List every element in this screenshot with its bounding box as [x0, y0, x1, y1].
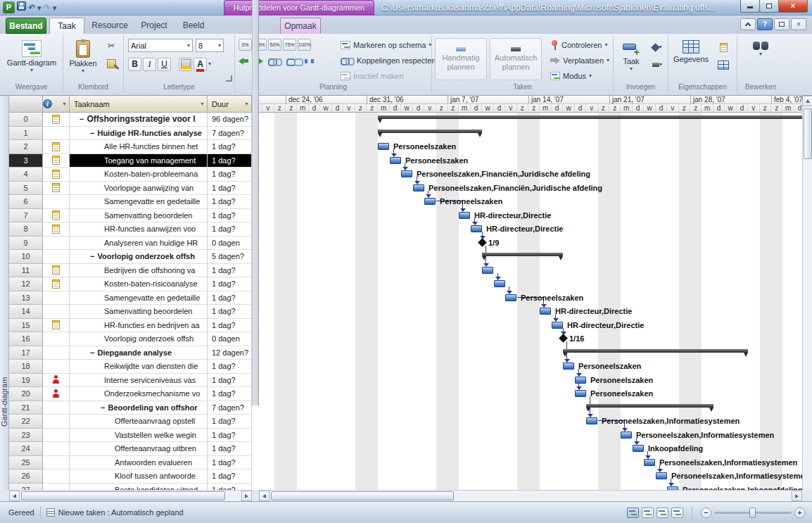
- timescale-weeks[interactable]: dec 24, '06dec 31, '06jan 7, '07jan 14, …: [259, 96, 802, 104]
- indicator-cell[interactable]: [43, 429, 70, 443]
- close-button[interactable]: ×: [778, 0, 808, 13]
- table-horizontal-scrollbar[interactable]: [9, 490, 252, 501]
- duration-cell[interactable]: 1 dag?: [208, 168, 252, 182]
- background-color-button[interactable]: [179, 58, 192, 71]
- row-number-cell[interactable]: 6: [9, 195, 43, 209]
- indicator-cell[interactable]: [43, 168, 70, 182]
- task-row[interactable]: 3Toegang van management1 dag?: [9, 154, 252, 168]
- duration-cell[interactable]: 1 dag?: [208, 456, 252, 470]
- mark-on-track-button[interactable]: Markeren op schema ▾: [338, 37, 434, 52]
- minimize-ribbon-icon[interactable]: [740, 18, 756, 30]
- row-number-cell[interactable]: 11: [9, 264, 43, 278]
- percent-100-button[interactable]: 100%: [298, 39, 311, 51]
- zoom-in-icon[interactable]: +: [794, 508, 805, 518]
- row-number-cell[interactable]: 20: [9, 387, 43, 401]
- task-notes-button[interactable]: [715, 39, 732, 55]
- chart-horizontal-scrollbar[interactable]: [259, 490, 802, 501]
- row-number-cell[interactable]: 12: [9, 277, 43, 291]
- task-row[interactable]: 16Voorlopig onderzoek offsh0 dagen: [9, 332, 252, 346]
- row-number-cell[interactable]: 10: [9, 250, 43, 264]
- row-number-cell[interactable]: 27: [9, 484, 43, 491]
- row-number-cell[interactable]: 7: [9, 209, 43, 223]
- indicator-cell[interactable]: [43, 140, 70, 154]
- task-row[interactable]: 27Beste kandidaten uitnod1 dag?: [9, 484, 252, 491]
- tab-opmaak[interactable]: Opmaak: [280, 18, 321, 34]
- task-name-cell[interactable]: Antwoorden evalueren: [70, 456, 208, 470]
- task-row[interactable]: 24Offerteaanvraag uitbren1 dag?: [9, 442, 252, 456]
- indicator-cell[interactable]: [43, 360, 70, 374]
- task-row[interactable]: 9Analyseren van huidige HR0 dagen: [9, 237, 252, 251]
- gantt-task-bar[interactable]: [471, 225, 482, 232]
- task-name-cell[interactable]: Kloof tussen antwoorde: [70, 470, 208, 484]
- insert-milestone-button[interactable]: ▾: [649, 39, 666, 55]
- task-row[interactable]: 6Samengevatte en gedetaille1 dag?: [9, 195, 252, 209]
- indicator-cell[interactable]: [43, 209, 70, 223]
- duration-cell[interactable]: 1 dag?: [208, 442, 252, 456]
- task-name-cell[interactable]: Offerteaanvraag uitbren: [70, 442, 208, 456]
- percent-50-button[interactable]: 50%: [268, 39, 281, 51]
- chart-scroll-thumb[interactable]: [271, 491, 454, 500]
- task-name-cell[interactable]: Beste kandidaten uitnod: [70, 484, 208, 491]
- indicator-cell[interactable]: [43, 222, 70, 237]
- duration-cell[interactable]: 1 dag?: [208, 140, 252, 154]
- task-name-cell[interactable]: −Beoordeling van offshor: [70, 401, 208, 415]
- move-schedule-left-icon[interactable]: [239, 58, 248, 65]
- font-dialog-launcher-icon[interactable]: [226, 75, 232, 82]
- task-row[interactable]: 12Kosten-baten-risicoanalyse1 dag?: [9, 277, 252, 291]
- row-number-cell[interactable]: 18: [9, 360, 43, 374]
- task-name-cell[interactable]: Interne serviceniveaus vas: [70, 374, 208, 388]
- restore-document-icon[interactable]: [774, 18, 789, 30]
- italic-button[interactable]: I: [143, 58, 156, 71]
- task-name-cell[interactable]: Samengevatte en gedetaille: [70, 291, 208, 305]
- task-row[interactable]: 2Alle HR-functies binnen het1 dag?: [9, 140, 252, 154]
- filter-arrow-icon[interactable]: ▼: [62, 101, 67, 106]
- task-row[interactable]: 0−Offshoringsstrategie voor l96 dagen?: [9, 113, 252, 127]
- task-name-cell[interactable]: Voorlopige aanwijzing van: [70, 182, 208, 196]
- summary-bar[interactable]: [586, 404, 713, 408]
- duration-column-header[interactable]: Duur ▼: [208, 96, 252, 113]
- collapse-icon[interactable]: −: [90, 129, 94, 137]
- row-number-cell[interactable]: 3: [9, 154, 43, 168]
- close-document-icon[interactable]: ×: [791, 18, 806, 30]
- indicator-cell[interactable]: [43, 470, 70, 484]
- scroll-left-icon[interactable]: [259, 491, 269, 501]
- task-name-cell[interactable]: HR-functies en bedrijven aa: [70, 319, 208, 333]
- view-gantt-icon[interactable]: [627, 508, 639, 518]
- redo-button[interactable]: ↷: [44, 2, 51, 13]
- task-name-cell[interactable]: Analyseren van huidige HR: [70, 237, 208, 251]
- duration-cell[interactable]: 1 dag?: [208, 209, 252, 223]
- gantt-task-bar[interactable]: [644, 459, 655, 466]
- gantt-task-bar[interactable]: [563, 363, 574, 370]
- indicator-cell[interactable]: [43, 484, 70, 491]
- manually-schedule-button[interactable]: Handmatig plannen: [435, 38, 487, 80]
- underline-button[interactable]: U: [158, 58, 171, 71]
- row-number-cell[interactable]: 9: [9, 237, 43, 251]
- indicator-cell[interactable]: [43, 305, 70, 319]
- row-number-cell[interactable]: 13: [9, 291, 43, 305]
- indicator-cell[interactable]: [43, 277, 70, 291]
- task-row[interactable]: 8HR-functies aanwijzen voo1 dag?: [9, 222, 252, 237]
- duration-cell[interactable]: 1 dag?: [208, 264, 252, 278]
- font-color-button[interactable]: A: [194, 58, 207, 71]
- indicator-cell[interactable]: [43, 154, 70, 168]
- task-row[interactable]: 4Kosten-baten-probleemana1 dag?: [9, 168, 252, 182]
- summary-bar[interactable]: [378, 130, 482, 133]
- collapse-icon[interactable]: −: [80, 115, 84, 123]
- duration-cell[interactable]: 1 dag?: [208, 484, 252, 491]
- task-row[interactable]: 18Reikwijdte van diensten die1 dag?: [9, 360, 252, 374]
- scroll-left-icon[interactable]: [9, 491, 20, 501]
- scroll-right-icon[interactable]: [792, 491, 802, 501]
- gantt-task-bar[interactable]: [575, 377, 586, 384]
- scroll-right-icon[interactable]: [241, 491, 252, 501]
- auto-schedule-button[interactable]: Automatisch plannen: [490, 38, 542, 80]
- row-number-cell[interactable]: 8: [9, 222, 43, 237]
- row-number-cell[interactable]: 2: [9, 140, 43, 154]
- paste-button[interactable]: Plakken ▾: [66, 37, 100, 74]
- task-name-cell[interactable]: −Offshoringsstrategie voor l: [70, 113, 208, 127]
- task-row[interactable]: 15HR-functies en bedrijven aa1 dag?: [9, 319, 252, 333]
- zoom-slider[interactable]: [714, 512, 792, 514]
- timescale-days[interactable]: dvzzmdwdvzzmdwdvzzmdwdvzzmdwdvzzmdwdvzzm…: [259, 104, 802, 113]
- duration-cell[interactable]: 1 dag?: [208, 319, 252, 333]
- indicator-cell[interactable]: [43, 332, 70, 346]
- task-row[interactable]: 22Offerteaanvraag opstell1 dag?: [9, 415, 252, 429]
